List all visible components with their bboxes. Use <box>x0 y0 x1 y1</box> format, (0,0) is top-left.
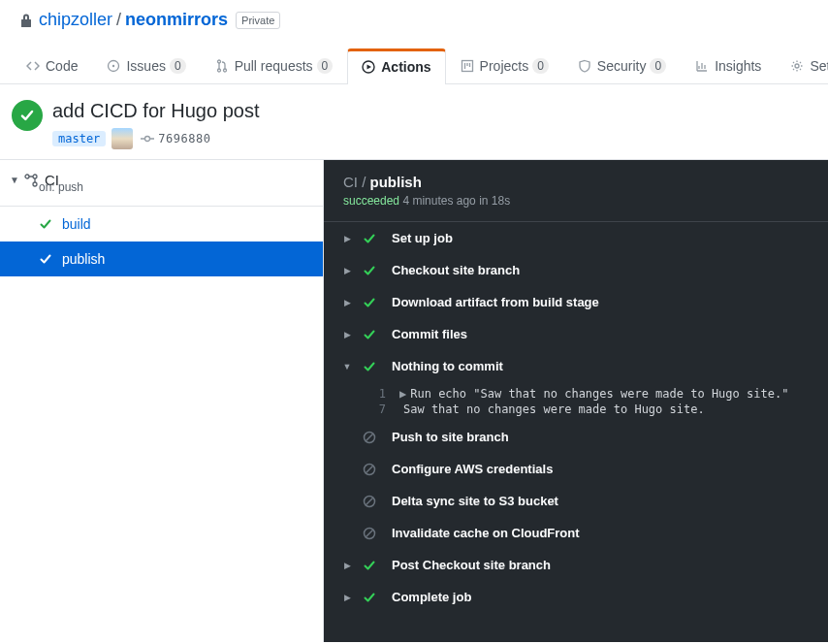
log-panel: CI / publish succeeded 4 minutes ago in … <box>324 160 828 642</box>
tab-pulls[interactable]: Pull requests 0 <box>201 48 348 83</box>
log-text: Saw that no changes were made to Hugo si… <box>403 402 705 416</box>
tab-label: Actions <box>381 59 430 75</box>
run-title: add CICD for Hugo post <box>52 100 259 122</box>
owner-link[interactable]: chipzoller <box>39 10 112 30</box>
chevron-right-icon: ▶ <box>341 298 353 307</box>
tab-insights[interactable]: Insights <box>681 48 776 83</box>
graph-icon <box>695 59 709 73</box>
workflow-block: ▼ CI on: push <box>0 160 323 207</box>
step-row[interactable]: ▶ Complete job <box>324 581 828 613</box>
sidebar: ▼ CI on: push build publish <box>0 160 324 642</box>
svg-point-9 <box>25 175 29 178</box>
chevron-right-icon: ▶ <box>341 561 353 570</box>
tab-issues[interactable]: Issues 0 <box>92 48 200 83</box>
status-text: succeeded <box>343 194 399 208</box>
private-badge: Private <box>236 12 280 29</box>
job-name: publish <box>370 174 422 190</box>
log-lineno: 1 <box>357 387 386 401</box>
gear-icon <box>790 59 804 73</box>
step-row[interactable]: Push to site branch <box>324 421 828 453</box>
status-duration: 18s <box>492 194 510 208</box>
step-row-open[interactable]: ▼ Nothing to commit <box>324 350 828 382</box>
shield-icon <box>578 59 591 73</box>
tab-label: Pull requests <box>235 58 313 74</box>
step-row[interactable]: ▶ Download artifact from build stage <box>324 286 828 318</box>
tab-label: Settings <box>810 58 828 74</box>
check-icon <box>363 559 378 572</box>
projects-count: 0 <box>532 58 549 74</box>
tab-label: Security <box>597 58 647 74</box>
step-row[interactable]: Delta sync site to S3 bucket <box>324 485 828 517</box>
step-row[interactable]: Invalidate cache on CloudFront <box>324 517 828 549</box>
job-build[interactable]: build <box>0 207 323 242</box>
job-status-line: succeeded 4 minutes ago in 18s <box>343 194 809 208</box>
wf-name-dim: CI <box>343 174 358 190</box>
log-lineno: 7 <box>357 402 386 416</box>
chevron-right-icon: ▶ <box>341 593 353 602</box>
commit-icon <box>141 132 154 145</box>
svg-point-7 <box>795 64 799 68</box>
status-when: 4 minutes ago <box>402 194 475 208</box>
issues-count: 0 <box>170 58 186 74</box>
security-count: 0 <box>650 58 666 74</box>
run-meta: master 7696880 <box>52 128 259 149</box>
code-icon <box>26 59 40 73</box>
tab-projects[interactable]: Projects 0 <box>446 48 563 83</box>
check-icon <box>363 591 378 604</box>
issue-icon <box>107 59 120 73</box>
step-name: Complete job <box>392 590 471 604</box>
log-caret-icon: ▶ <box>399 387 406 401</box>
step-name: Commit files <box>392 327 467 341</box>
step-name: Set up job <box>392 231 453 245</box>
avatar[interactable] <box>111 128 133 149</box>
svg-point-2 <box>217 60 220 63</box>
step-name: Checkout site branch <box>392 263 520 277</box>
workflow-icon <box>23 173 39 188</box>
job-breadcrumb: CI / publish <box>343 174 809 190</box>
repo-link[interactable]: neonmirrors <box>125 10 228 30</box>
step-name: Delta sync site to S3 bucket <box>392 494 558 508</box>
caret-down-icon[interactable]: ▼ <box>8 175 21 185</box>
panes: ▼ CI on: push build publish CI / publ <box>0 160 828 642</box>
step-row[interactable]: ▶ Checkout site branch <box>324 254 828 286</box>
check-icon <box>363 360 378 373</box>
step-name: Invalidate cache on CloudFront <box>392 526 580 540</box>
svg-point-10 <box>33 175 37 178</box>
chevron-right-icon: ▶ <box>341 266 353 275</box>
steps-list: ▶ Set up job ▶ Checkout site branch ▶ Do… <box>324 221 828 613</box>
tab-security[interactable]: Security 0 <box>563 48 681 83</box>
step-row[interactable]: ▶ Set up job <box>324 222 828 254</box>
status-success-icon <box>12 100 43 131</box>
log-output: 1 ▶ Run echo "Saw that no changes were m… <box>324 382 828 421</box>
tab-actions[interactable]: Actions <box>347 48 445 84</box>
job-publish[interactable]: publish <box>0 242 323 276</box>
tab-label: Issues <box>126 58 165 74</box>
check-icon <box>363 232 378 245</box>
log-text: Run echo "Saw that no changes were made … <box>410 387 788 401</box>
skip-icon <box>363 431 378 444</box>
skip-icon <box>363 463 378 476</box>
svg-point-4 <box>223 69 226 72</box>
chevron-right-icon: ▶ <box>341 330 353 339</box>
sha[interactable]: 7696880 <box>158 132 210 145</box>
step-row[interactable]: ▶ Commit files <box>324 318 828 350</box>
pr-icon <box>215 59 229 73</box>
skip-icon <box>363 527 378 540</box>
step-name: Nothing to commit <box>392 359 503 373</box>
tab-label: Projects <box>480 58 529 74</box>
tab-settings[interactable]: Settings <box>776 48 828 83</box>
play-icon <box>362 60 375 74</box>
step-name: Download artifact from build stage <box>392 295 599 309</box>
job-label: publish <box>62 251 105 267</box>
tab-label: Code <box>46 58 78 74</box>
tabnav: Code Issues 0 Pull requests 0 Actions Pr… <box>0 48 828 84</box>
step-row[interactable]: Configure AWS credentials <box>324 453 828 485</box>
branch-label[interactable]: master <box>52 131 106 146</box>
log-line: 1 ▶ Run echo "Saw that no changes were m… <box>357 386 828 402</box>
log-line: 7 Saw that no changes were made to Hugo … <box>357 402 828 417</box>
tab-code[interactable]: Code <box>12 48 92 83</box>
pulls-count: 0 <box>317 58 334 74</box>
svg-point-3 <box>217 69 220 72</box>
check-icon <box>363 264 378 277</box>
step-row[interactable]: ▶ Post Checkout site branch <box>324 549 828 581</box>
